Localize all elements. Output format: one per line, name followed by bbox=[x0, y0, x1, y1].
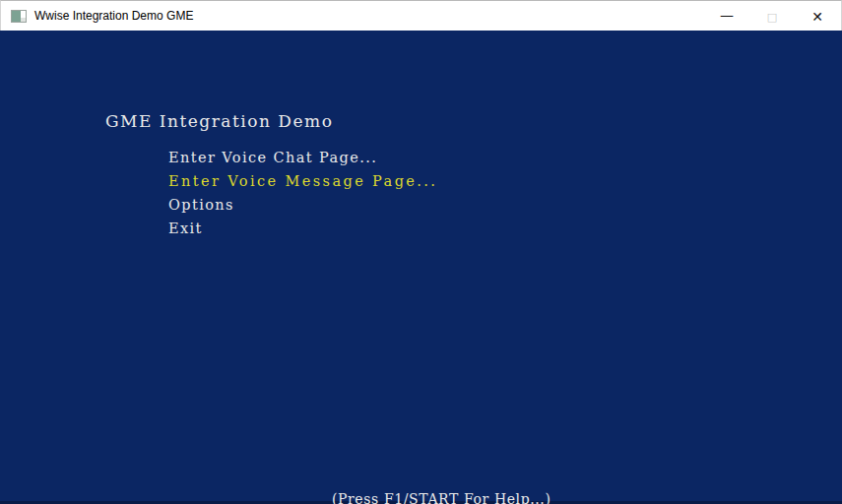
menu-item-options[interactable]: Options bbox=[168, 193, 437, 217]
main-menu: Enter Voice Chat Page... Enter Voice Mes… bbox=[168, 146, 437, 240]
titlebar: Wwise Integration Demo GME — □ ✕ bbox=[0, 0, 842, 31]
window-title: Wwise Integration Demo GME bbox=[34, 9, 193, 23]
app-window: Wwise Integration Demo GME — □ ✕ GME Int… bbox=[0, 0, 842, 504]
menu-item-exit[interactable]: Exit bbox=[168, 217, 437, 240]
minimize-icon: — bbox=[720, 8, 734, 22]
close-button[interactable]: ✕ bbox=[795, 2, 840, 32]
close-icon: ✕ bbox=[811, 10, 823, 24]
page-title: GME Integration Demo bbox=[105, 111, 333, 131]
help-hint: (Press F1/START For Help...) bbox=[332, 491, 551, 504]
app-icon bbox=[11, 10, 27, 23]
minimize-button[interactable]: — bbox=[704, 2, 749, 32]
menu-item-enter-voice-message-page[interactable]: Enter Voice Message Page... bbox=[168, 169, 437, 193]
maximize-icon: □ bbox=[767, 12, 777, 23]
client-area: GME Integration Demo Enter Voice Chat Pa… bbox=[0, 31, 842, 504]
menu-item-enter-voice-chat-page[interactable]: Enter Voice Chat Page... bbox=[168, 146, 437, 169]
maximize-button: □ bbox=[749, 2, 795, 32]
titlebar-controls: — □ ✕ bbox=[704, 2, 840, 32]
